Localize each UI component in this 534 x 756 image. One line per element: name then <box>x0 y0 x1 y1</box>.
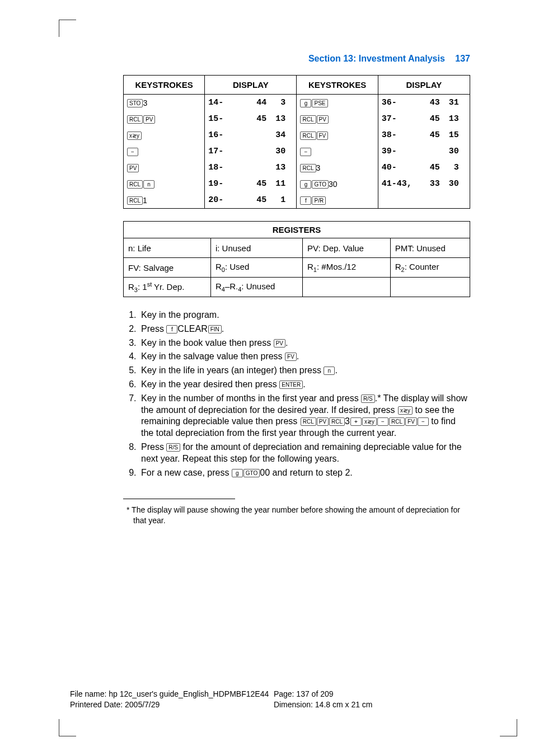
key-rcl: RCL <box>300 164 316 172</box>
key-pv: PV <box>317 115 329 124</box>
footer: File name: hp 12c_user's guide_English_H… <box>70 689 473 710</box>
footer-dim: Dimension: 14.8 cm x 21 cm <box>274 700 373 709</box>
key-gto: GTO <box>312 180 328 189</box>
crop-mark-bottom-left <box>59 719 76 736</box>
register-cell: R2: Counter <box>390 258 470 278</box>
register-cell: PMT: Unused <box>390 238 470 258</box>
key-rcl: RCL <box>389 417 405 426</box>
register-cell: R4–R.4: Unused <box>210 278 302 297</box>
register-cell: FV: Salvage <box>124 258 211 278</box>
page-number: 137 <box>455 54 470 63</box>
registers-title: REGISTERS <box>124 222 470 238</box>
display-cell: 15-4513 <box>205 111 296 127</box>
keystroke-cell: gGTO30 <box>297 176 377 192</box>
keystroke-cell: RCLFV <box>297 127 377 143</box>
th-keystrokes-1: KEYSTROKES <box>124 76 205 95</box>
key-xy: x≷y <box>398 406 413 415</box>
register-cell: R0: Used <box>210 258 302 278</box>
key-pv: PV <box>127 164 139 172</box>
keystroke-cell: gPSE <box>297 95 377 111</box>
display-cell: 16-34 <box>205 127 296 143</box>
key-rs: R/S <box>166 443 180 452</box>
display-cell: 14-443 <box>205 95 296 111</box>
key-pv: PV <box>317 417 329 426</box>
register-cell <box>303 278 391 297</box>
key-pv: PV <box>143 115 155 124</box>
key-rcl: RCL <box>329 417 345 426</box>
key-n: n <box>324 367 335 375</box>
key-rcl: RCL <box>127 115 143 124</box>
registers-table: REGISTERS n: Lifei: UnusedPV: Dep. Value… <box>123 221 470 297</box>
step-item: Key in the salvage value then press FV. <box>139 351 470 363</box>
keystroke-cell: x≷y <box>124 127 204 143</box>
key-pr: P/R <box>312 196 326 205</box>
step-item: Key in the number of months in the first… <box>139 393 470 439</box>
page-header: Section 13: Investment Analysis 137 <box>123 54 470 64</box>
register-cell <box>390 278 470 297</box>
key-rs: R/S <box>361 395 375 403</box>
keystroke-cell: RCL3 <box>297 159 377 176</box>
display-cell: 41-43,3330 <box>378 176 470 192</box>
key-: − <box>377 417 388 426</box>
keystroke-cell: − <box>297 143 377 159</box>
register-cell: R1: #Mos./12 <box>303 258 391 278</box>
key-rcl: RCL <box>127 196 143 205</box>
key-n: n <box>143 180 154 189</box>
key-literal: 30 <box>329 180 338 189</box>
step-item: Key in the year desired then press ENTER… <box>139 379 470 391</box>
key-g: g <box>300 180 311 189</box>
register-cell: R3: 1st Yr. Dep. <box>124 278 211 297</box>
section-title: Section 13: Investment Analysis <box>308 54 445 63</box>
keystroke-cell: RCLPV <box>297 111 377 127</box>
key-: − <box>127 148 138 156</box>
key-f: f <box>300 196 311 205</box>
steps-list: Key in the program.Press fCLEARFIN.Key i… <box>123 309 470 478</box>
step-item: Key in the book value then press PV. <box>139 337 470 349</box>
key-fv: FV <box>317 132 329 140</box>
key-pse: PSE <box>312 99 327 107</box>
keystroke-cell: RCLn <box>124 176 204 192</box>
key-: + <box>350 417 362 426</box>
keystroke-cell: RCL1 <box>124 192 204 208</box>
step-item: For a new case, press gGTO00 and return … <box>139 467 470 479</box>
th-keystrokes-2: KEYSTROKES <box>297 76 378 95</box>
footnote-separator <box>123 499 235 499</box>
key-rcl: RCL <box>301 417 316 426</box>
key-g: g <box>232 469 243 477</box>
key-sto: STO <box>127 99 143 107</box>
display-cell: 37-4513 <box>378 111 470 127</box>
keystroke-cell: − <box>124 143 204 159</box>
keystroke-cell: fP/R <box>297 192 377 208</box>
keystroke-cell: PV <box>124 159 204 176</box>
footnote: * The display will pause showing the yea… <box>123 505 470 526</box>
key-rcl: RCL <box>300 115 316 124</box>
display-cell: 36-4331 <box>378 95 470 111</box>
key-enter: ENTER <box>279 381 303 389</box>
key-: − <box>300 148 311 156</box>
th-display-1: DISPLAY <box>205 76 297 95</box>
display-cell: 39-30 <box>378 143 470 159</box>
key-fv: FV <box>285 353 297 361</box>
key-f: f <box>166 325 177 334</box>
register-cell: PV: Dep. Value <box>303 238 391 258</box>
key-pv: PV <box>274 339 285 348</box>
key-: − <box>418 417 429 426</box>
key-fin: FIN <box>208 325 222 334</box>
th-display-2: DISPLAY <box>378 76 470 95</box>
crop-mark-top-left <box>59 20 76 37</box>
display-cell: 38-4515 <box>378 127 470 143</box>
footer-date: Printered Date: 2005/7/29 <box>70 700 160 709</box>
step-item: Press fCLEARFIN. <box>139 323 470 335</box>
register-cell: n: Life <box>124 238 211 258</box>
footer-page: Page: 137 of 209 <box>274 689 334 698</box>
key-gto: GTO <box>243 469 260 477</box>
display-cell: 17-30 <box>205 143 296 159</box>
key-g: g <box>300 99 311 107</box>
keystroke-cell: RCLPV <box>124 111 204 127</box>
display-cell: 40-453 <box>378 159 470 176</box>
key-literal: 3 <box>316 163 321 172</box>
keystrokes-table: KEYSTROKES DISPLAY KEYSTROKES DISPLAY ST… <box>123 75 470 209</box>
register-cell: i: Unused <box>210 238 302 258</box>
display-cell <box>378 192 470 199</box>
step-item: Press R/S for the amount of depreciation… <box>139 442 470 465</box>
